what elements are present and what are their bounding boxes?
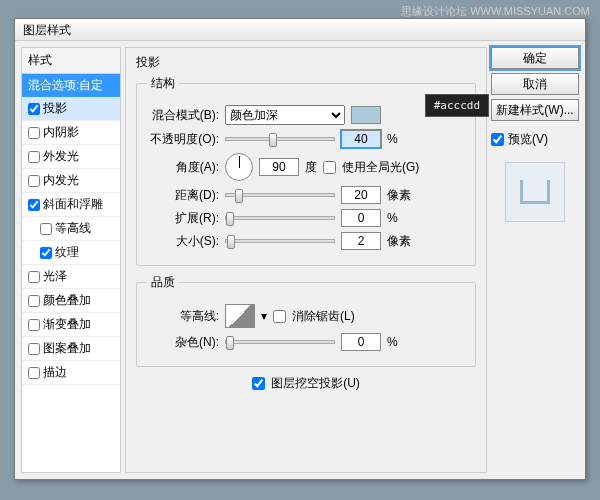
sidebar-label-11: 描边	[43, 364, 67, 381]
new-style-button[interactable]: 新建样式(W)...	[491, 99, 579, 121]
dialog-title: 图层样式	[15, 19, 585, 41]
distance-unit: 像素	[387, 187, 411, 204]
sidebar-checkbox-2[interactable]	[28, 151, 40, 163]
sidebar-item-7[interactable]: 光泽	[22, 265, 120, 289]
quality-legend: 品质	[147, 274, 179, 291]
global-light-checkbox[interactable]	[323, 161, 336, 174]
spread-input[interactable]	[341, 209, 381, 227]
distance-label: 距离(D):	[147, 187, 219, 204]
noise-unit: %	[387, 335, 398, 349]
spread-label: 扩展(R):	[147, 210, 219, 227]
sidebar-label-9: 渐变叠加	[43, 316, 91, 333]
quality-group: 品质 等高线: ▾ 消除锯齿(L) 杂色(N): %	[136, 274, 476, 367]
color-tooltip: #acccdd	[425, 94, 489, 117]
sidebar-label-4: 斜面和浮雕	[43, 196, 103, 213]
distance-input[interactable]	[341, 186, 381, 204]
contour-label: 等高线:	[147, 308, 219, 325]
sidebar-item-10[interactable]: 图案叠加	[22, 337, 120, 361]
noise-label: 杂色(N):	[147, 334, 219, 351]
sidebar-checkbox-7[interactable]	[28, 271, 40, 283]
spread-slider[interactable]	[225, 216, 335, 220]
sidebar-checkbox-4[interactable]	[28, 199, 40, 211]
sidebar-item-8[interactable]: 颜色叠加	[22, 289, 120, 313]
sidebar-item-2[interactable]: 外发光	[22, 145, 120, 169]
button-column: 确定 取消 新建样式(W)... 预览(V)	[491, 47, 579, 473]
blend-mode-label: 混合模式(B):	[147, 107, 219, 124]
opacity-label: 不透明度(O):	[147, 131, 219, 148]
sidebar-label-6: 纹理	[55, 244, 79, 261]
sidebar-item-9[interactable]: 渐变叠加	[22, 313, 120, 337]
sidebar-checkbox-1[interactable]	[28, 127, 40, 139]
sidebar-checkbox-9[interactable]	[28, 319, 40, 331]
main-panel: 投影 结构 混合模式(B): 颜色加深 #acccdd 不透明度(O): % 角…	[125, 47, 487, 473]
sidebar-checkbox-8[interactable]	[28, 295, 40, 307]
sidebar-checkbox-3[interactable]	[28, 175, 40, 187]
antialias-checkbox[interactable]	[273, 310, 286, 323]
sidebar-item-1[interactable]: 内阴影	[22, 121, 120, 145]
sidebar-label-0: 投影	[43, 100, 67, 117]
angle-unit: 度	[305, 159, 317, 176]
sidebar-item-0[interactable]: 投影	[22, 97, 120, 121]
sidebar-label-5: 等高线	[55, 220, 91, 237]
angle-label: 角度(A):	[147, 159, 219, 176]
blend-options-item[interactable]: 混合选项:自定	[22, 74, 120, 97]
sidebar-checkbox-5[interactable]	[40, 223, 52, 235]
watermark-text: 思缘设计论坛 WWW.MISSYUAN.COM	[401, 4, 590, 19]
angle-input[interactable]	[259, 158, 299, 176]
cancel-button[interactable]: 取消	[491, 73, 579, 95]
preview-checkbox[interactable]	[491, 133, 504, 146]
angle-dial[interactable]	[225, 153, 253, 181]
sidebar-checkbox-0[interactable]	[28, 103, 40, 115]
sidebar-header: 样式	[22, 48, 120, 74]
preview-label: 预览(V)	[508, 131, 548, 148]
global-light-label: 使用全局光(G)	[342, 159, 419, 176]
styles-sidebar: 样式 混合选项:自定 投影内阴影外发光内发光斜面和浮雕等高线纹理光泽颜色叠加渐变…	[21, 47, 121, 473]
sidebar-item-6[interactable]: 纹理	[22, 241, 120, 265]
sidebar-checkbox-6[interactable]	[40, 247, 52, 259]
size-input[interactable]	[341, 232, 381, 250]
size-unit: 像素	[387, 233, 411, 250]
noise-input[interactable]	[341, 333, 381, 351]
opacity-unit: %	[387, 132, 398, 146]
size-slider[interactable]	[225, 239, 335, 243]
sidebar-label-1: 内阴影	[43, 124, 79, 141]
sidebar-item-3[interactable]: 内发光	[22, 169, 120, 193]
size-label: 大小(S):	[147, 233, 219, 250]
structure-group: 结构 混合模式(B): 颜色加深 #acccdd 不透明度(O): % 角度(A…	[136, 75, 476, 266]
knockout-checkbox[interactable]	[252, 377, 265, 390]
blend-mode-select[interactable]: 颜色加深	[225, 105, 345, 125]
opacity-input[interactable]	[341, 130, 381, 148]
sidebar-item-5[interactable]: 等高线	[22, 217, 120, 241]
panel-title: 投影	[136, 54, 476, 71]
structure-legend: 结构	[147, 75, 179, 92]
distance-slider[interactable]	[225, 193, 335, 197]
preview-thumbnail	[505, 162, 565, 222]
contour-dropdown-icon[interactable]: ▾	[261, 309, 267, 323]
opacity-slider[interactable]	[225, 137, 335, 141]
sidebar-label-8: 颜色叠加	[43, 292, 91, 309]
sidebar-label-10: 图案叠加	[43, 340, 91, 357]
sidebar-label-3: 内发光	[43, 172, 79, 189]
sidebar-item-4[interactable]: 斜面和浮雕	[22, 193, 120, 217]
layer-style-dialog: 图层样式 样式 混合选项:自定 投影内阴影外发光内发光斜面和浮雕等高线纹理光泽颜…	[14, 18, 586, 480]
spread-unit: %	[387, 211, 398, 225]
antialias-label: 消除锯齿(L)	[292, 308, 355, 325]
sidebar-label-7: 光泽	[43, 268, 67, 285]
sidebar-checkbox-10[interactable]	[28, 343, 40, 355]
contour-picker[interactable]	[225, 304, 255, 328]
noise-slider[interactable]	[225, 340, 335, 344]
knockout-label: 图层挖空投影(U)	[271, 375, 360, 392]
color-swatch[interactable]	[351, 106, 381, 124]
sidebar-item-11[interactable]: 描边	[22, 361, 120, 385]
sidebar-checkbox-11[interactable]	[28, 367, 40, 379]
ok-button[interactable]: 确定	[491, 47, 579, 69]
sidebar-label-2: 外发光	[43, 148, 79, 165]
